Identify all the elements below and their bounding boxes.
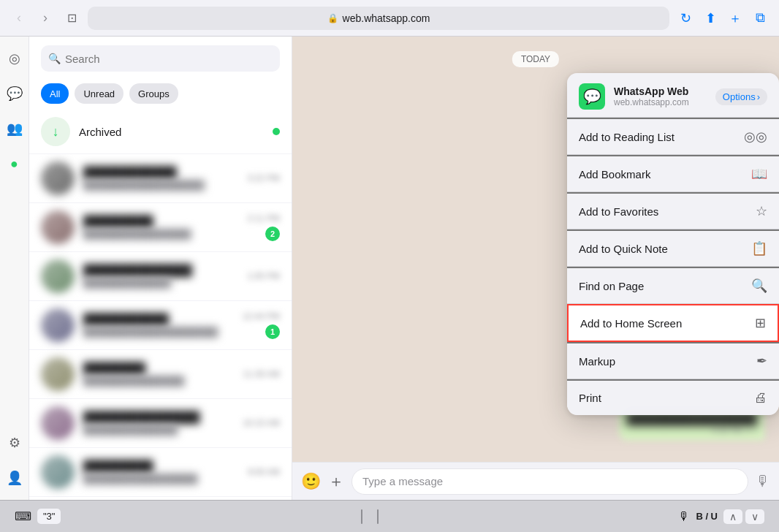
chat-meta: 2:11 PM 2 <box>247 213 280 241</box>
archived-row[interactable]: ↓ Archived <box>29 110 292 154</box>
unread-badge: 1 <box>265 324 280 339</box>
add-bookmark-item[interactable]: Add Bookmark 📖 <box>567 155 779 192</box>
address-bar[interactable]: 🔒 web.whatsapp.com <box>88 7 669 30</box>
sidebar-top: 🔍 <box>29 37 292 77</box>
new-tab-button[interactable]: ＋ <box>725 8 745 28</box>
today-badge: TODAY <box>512 51 559 67</box>
chat-info: ███████████ ████████████████████ <box>83 313 234 338</box>
keyboard-icon[interactable]: ⌨ <box>15 509 31 523</box>
chevron-down-button[interactable]: ∨ <box>745 509 764 524</box>
sidebar-item-calls[interactable]: ● <box>4 153 25 174</box>
list-item[interactable]: ████████ ███████████████ 11:30 AM <box>29 350 292 399</box>
tab-icon: ⊡ <box>61 8 82 28</box>
sidebar: 🔍 All Unread Groups ↓ Archived █████████… <box>29 37 292 500</box>
avatar <box>41 210 75 244</box>
chat-preview: ████████████████████ <box>83 327 234 338</box>
sidebar-item-profile[interactable]: 👤 <box>4 468 25 488</box>
chat-meta: 11:30 AM <box>243 369 280 379</box>
find-icon: 🔍 <box>751 278 767 294</box>
chat-info: ████████ ███████████████ <box>83 362 234 387</box>
chat-info: ████████████ ██████████████████ <box>83 166 238 191</box>
chat-time: 2:11 PM <box>247 213 280 224</box>
archived-dot <box>273 128 280 135</box>
favorites-icon: ☆ <box>756 203 767 219</box>
list-item[interactable]: █████████ █████████████████ 9:00 AM <box>29 448 292 497</box>
add-favorites-item[interactable]: Add to Favorites ☆ <box>567 192 779 229</box>
kb-divider-left <box>361 509 362 524</box>
mic-kb-icon[interactable]: 🎙 <box>678 510 690 523</box>
format-text[interactable]: B / U <box>696 511 718 522</box>
chat-time: 11:30 AM <box>243 369 280 379</box>
sidebar-item-chat[interactable]: 💬 <box>4 83 25 104</box>
chat-time: 10:15 AM <box>243 418 280 428</box>
print-icon: 🖨 <box>754 390 767 406</box>
avatar <box>41 162 75 195</box>
sidebar-item-status[interactable]: ◎ <box>4 48 25 69</box>
archived-icon: ↓ <box>41 117 70 146</box>
tab-all[interactable]: All <box>41 83 69 104</box>
lock-icon: 🔒 <box>327 13 338 23</box>
chat-meta: 3:22 PM <box>247 173 280 183</box>
reading-list-icon: ◎◎ <box>744 129 767 145</box>
avatar <box>41 259 75 293</box>
reload-button[interactable]: ↻ <box>675 8 696 28</box>
options-button[interactable]: Options › <box>715 88 767 105</box>
add-quick-note-item[interactable]: Add to Quick Note 📋 <box>567 229 779 267</box>
search-input[interactable] <box>65 53 273 65</box>
chevron-up-button[interactable]: ∧ <box>723 509 742 524</box>
print-item[interactable]: Print 🖨 <box>567 379 779 415</box>
add-home-screen-item[interactable]: Add to Home Screen ⊞ <box>567 304 779 342</box>
chat-area: TODAY ██████████████████ 4:36 PM ✓✓ 🙂 ＋ … <box>292 37 779 500</box>
chat-preview: ███████████████ <box>83 376 234 387</box>
shortcut-text: "3" <box>37 509 61 524</box>
attach-button[interactable]: ＋ <box>328 471 344 493</box>
sidebar-item-settings[interactable]: ⚙ <box>4 433 25 453</box>
sidebar-item-communities[interactable]: 👥 <box>4 118 25 139</box>
chat-name: ████████████ <box>83 166 238 178</box>
left-icon-bar: ◎ 💬 👥 ● ⚙ 👤 <box>0 37 29 500</box>
tab-groups[interactable]: Groups <box>129 83 178 104</box>
tab-unread[interactable]: Unread <box>75 83 123 104</box>
site-icon: 💬 <box>579 83 605 110</box>
site-info: WhatsApp Web web.whatsapp.com <box>614 86 707 107</box>
back-button[interactable]: ‹ <box>9 8 29 28</box>
add-reading-list-item[interactable]: Add to Reading List ◎◎ <box>567 118 779 155</box>
chat-info: ███████████████ ██████████████ <box>83 411 234 436</box>
list-item[interactable]: ████████████ ██████████████████ 3:22 PM <box>29 154 292 203</box>
kb-left: ⌨ "3" <box>15 509 61 524</box>
chat-meta: 12:44 PM 1 <box>243 311 280 339</box>
chat-name: █████████ <box>83 215 238 227</box>
dropdown-header: 💬 WhatsApp Web web.whatsapp.com Options … <box>567 73 779 118</box>
emoji-button[interactable]: 🙂 <box>301 472 321 491</box>
chat-name: ████████ <box>83 362 234 374</box>
chat-preview: █████████████████ <box>83 474 239 484</box>
browser-chrome: ‹ › ⊡ 🔒 web.whatsapp.com ↻ ⬆ ＋ ⧉ <box>0 0 779 37</box>
share-button[interactable]: ⬆ <box>700 8 721 28</box>
markup-item[interactable]: Markup ✒ <box>567 342 779 379</box>
message-input[interactable]: Type a message <box>352 468 748 495</box>
chat-time: 1:05 PM <box>247 271 280 281</box>
keyboard-bar: ⌨ "3" 🎙 B / U ∧ ∨ <box>0 500 779 532</box>
archived-label: Archived <box>79 126 264 138</box>
search-bar[interactable]: 🔍 <box>41 45 280 72</box>
list-item[interactable]: ██████████████ █████████████ 1:05 PM <box>29 252 292 301</box>
kb-chevrons: ∧ ∨ <box>723 509 764 524</box>
avatar <box>41 308 75 342</box>
list-item[interactable]: ███████████████ ██████████████ 10:15 AM <box>29 399 292 448</box>
home-screen-icon: ⊞ <box>755 315 766 331</box>
forward-button[interactable]: › <box>35 8 56 28</box>
tabs-button[interactable]: ⧉ <box>750 8 770 28</box>
chat-list: ████████████ ██████████████████ 3:22 PM … <box>29 154 292 500</box>
avatar <box>41 357 75 391</box>
chat-preview: █████████████ <box>83 278 238 289</box>
mic-button[interactable]: 🎙 <box>756 473 770 490</box>
chat-preview: ██████████████████ <box>83 180 238 191</box>
find-on-page-item[interactable]: Find on Page 🔍 <box>567 267 779 304</box>
avatar <box>41 406 75 440</box>
markup-icon: ✒ <box>756 353 767 369</box>
unread-badge: 2 <box>265 227 280 241</box>
chat-meta: 10:15 AM <box>243 418 280 428</box>
chat-name: ███████████████ <box>83 411 234 423</box>
list-item[interactable]: ███████████ ████████████████████ 12:44 P… <box>29 301 292 350</box>
list-item[interactable]: █████████ ████████████████ 2:11 PM 2 <box>29 203 292 252</box>
